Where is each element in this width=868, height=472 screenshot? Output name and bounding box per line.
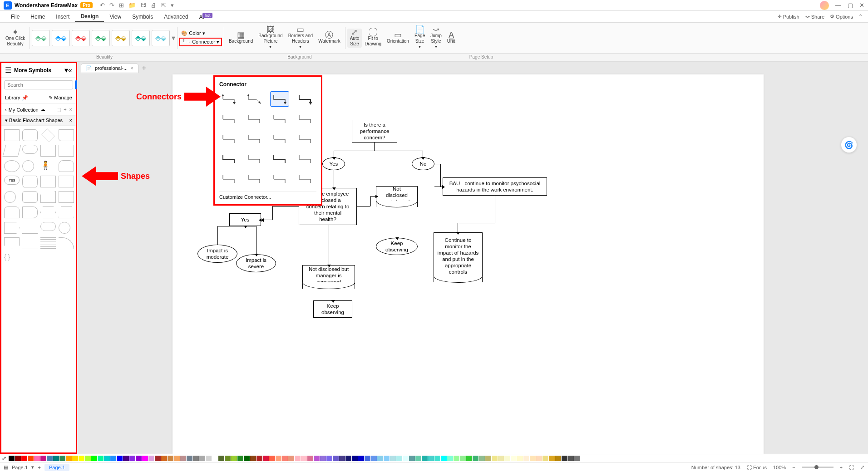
connector-dropdown[interactable]: └→ Connector ▾ xyxy=(179,38,222,46)
color-swatch[interactable] xyxy=(66,456,72,461)
save-icon[interactable]: 🖫 xyxy=(140,2,146,9)
menu-design[interactable]: Design xyxy=(75,11,104,22)
page-tab[interactable]: Page-1 xyxy=(44,464,69,471)
color-swatch[interactable] xyxy=(530,456,536,461)
shapes-category-label[interactable]: ▾ Basic Flowchart Shapes xyxy=(5,118,63,123)
unit-button[interactable]: A̲Unit xyxy=(444,31,458,45)
theme-swatch-5[interactable]: ⬘⬙ xyxy=(112,30,130,46)
color-swatch[interactable] xyxy=(288,456,294,461)
theme-swatch-4[interactable]: ⬘⬙ xyxy=(92,30,110,46)
color-swatch[interactable] xyxy=(479,456,485,461)
export-icon[interactable]: ⇱ xyxy=(161,2,166,9)
focus-mode-button[interactable]: ⛶ Focus xyxy=(747,465,767,470)
color-swatch[interactable] xyxy=(460,456,466,461)
color-swatch[interactable] xyxy=(269,456,275,461)
color-swatch[interactable] xyxy=(390,456,396,461)
connector-style-20[interactable] xyxy=(296,171,315,187)
remove-icon[interactable]: × xyxy=(69,107,72,113)
color-swatch[interactable] xyxy=(225,456,231,461)
shape-arc[interactable] xyxy=(59,237,74,249)
close-tab-icon[interactable]: × xyxy=(130,65,133,71)
connector-style-8[interactable] xyxy=(296,111,315,127)
color-swatch[interactable] xyxy=(504,456,510,461)
color-swatch[interactable] xyxy=(301,456,307,461)
color-swatch[interactable] xyxy=(168,456,173,461)
node-manager-concerned[interactable]: Not disclosed but manager is concerned xyxy=(302,265,355,289)
connector-style-11[interactable] xyxy=(270,131,289,147)
color-swatch[interactable] xyxy=(345,456,351,461)
color-swatch[interactable] xyxy=(250,456,256,461)
color-swatch[interactable] xyxy=(371,456,377,461)
jump-style-button[interactable]: ⤻Jump Style▾ xyxy=(428,26,444,50)
color-swatch[interactable] xyxy=(110,456,116,461)
connector-style-16[interactable] xyxy=(296,151,315,167)
shape-pentagon[interactable] xyxy=(4,222,20,234)
color-swatch[interactable] xyxy=(409,456,415,461)
color-swatch[interactable] xyxy=(485,456,491,461)
manage-link[interactable]: ✎ Manage xyxy=(49,95,72,101)
color-swatch[interactable] xyxy=(473,456,478,461)
shape-loop-limit[interactable] xyxy=(59,191,74,203)
orientation-button[interactable]: ▭Orientation xyxy=(384,31,412,45)
fit-page-icon[interactable]: ⛶ xyxy=(849,465,854,470)
color-swatch[interactable] xyxy=(428,456,434,461)
color-swatch[interactable] xyxy=(47,456,53,461)
color-swatch[interactable] xyxy=(148,456,154,461)
menu-advanced[interactable]: Advanced xyxy=(158,12,193,22)
color-swatch[interactable] xyxy=(492,456,498,461)
color-swatch[interactable] xyxy=(72,456,78,461)
shape-yes-terminator[interactable]: Yes xyxy=(4,176,20,185)
menu-symbols[interactable]: Symbols xyxy=(127,12,158,22)
ai-assistant-badge[interactable]: 🌀 xyxy=(841,137,857,153)
shape-diamond[interactable] xyxy=(41,128,55,142)
auto-size-button[interactable]: ⤢Auto Size xyxy=(347,29,362,48)
color-swatch[interactable] xyxy=(161,456,167,461)
color-swatch[interactable] xyxy=(129,456,135,461)
my-collection-label[interactable]: My Collection xyxy=(9,107,39,113)
bg-picture-button[interactable]: 🖼Background Picture▾ xyxy=(256,26,285,50)
connector-style-5[interactable] xyxy=(219,111,238,127)
color-swatch[interactable] xyxy=(206,456,212,461)
shape-ellipse[interactable] xyxy=(4,160,20,172)
color-swatch[interactable] xyxy=(384,456,390,461)
color-swatch[interactable] xyxy=(339,456,345,461)
shape-database[interactable] xyxy=(22,176,38,187)
connector-style-2[interactable] xyxy=(245,91,264,107)
menu-insert[interactable]: Insert xyxy=(50,12,75,22)
shape-terminator[interactable] xyxy=(22,145,38,154)
connector-style-13[interactable] xyxy=(219,151,238,167)
node-bau[interactable]: BAU - continue to monitor psychosocial h… xyxy=(443,177,547,196)
color-swatch[interactable] xyxy=(212,456,218,461)
document-tab[interactable]: 📄 professional-... × xyxy=(81,64,138,73)
color-swatch[interactable] xyxy=(422,456,428,461)
share-button[interactable]: ⫘ Share xyxy=(805,14,824,20)
node-keep-observing-1[interactable]: Keep observing xyxy=(376,238,418,255)
print-icon[interactable]: 🖨 xyxy=(151,2,157,9)
zoom-in-icon[interactable]: + xyxy=(840,465,843,470)
color-swatch[interactable] xyxy=(276,456,281,461)
color-swatch[interactable] xyxy=(555,456,561,461)
close-icon[interactable]: ✕ xyxy=(859,2,864,9)
shape-capsule[interactable] xyxy=(40,222,56,231)
color-swatch[interactable] xyxy=(542,456,548,461)
connector-style-4[interactable] xyxy=(296,91,315,107)
shape-arrow-line[interactable] xyxy=(22,237,38,249)
color-swatch[interactable] xyxy=(447,456,453,461)
node-impact-moderate[interactable]: Impact is moderate xyxy=(197,245,237,263)
shape-rounded-rect[interactable] xyxy=(22,129,38,141)
color-swatch[interactable] xyxy=(231,456,237,461)
color-swatch[interactable] xyxy=(466,456,472,461)
page-size-button[interactable]: 📄Page Size▾ xyxy=(412,26,428,50)
color-swatch[interactable] xyxy=(155,456,161,461)
shape-user[interactable] xyxy=(59,160,74,172)
color-swatch[interactable] xyxy=(403,456,409,461)
connector-style-10[interactable] xyxy=(245,131,264,147)
color-swatch[interactable] xyxy=(415,456,421,461)
color-swatch[interactable] xyxy=(142,456,148,461)
shape-person[interactable] xyxy=(40,160,56,172)
shape-display[interactable] xyxy=(22,191,38,203)
shape-manual-input[interactable] xyxy=(40,191,56,203)
color-swatch[interactable] xyxy=(193,456,199,461)
connector-style-17[interactable] xyxy=(219,171,238,187)
color-swatch[interactable] xyxy=(396,456,402,461)
